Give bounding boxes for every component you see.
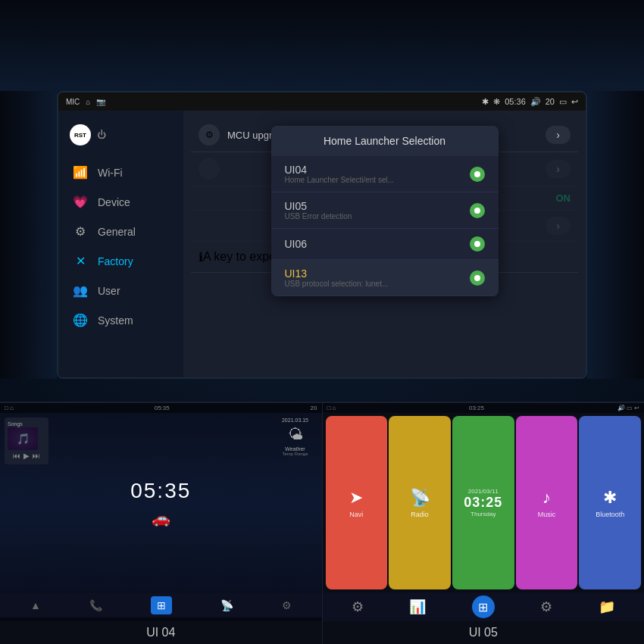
navi-label: Navi — [349, 511, 363, 518]
modal-title: Home Launcher Selection — [271, 126, 499, 156]
gear-icon: ⚙ — [72, 224, 89, 239]
navi-icon: ➤ — [349, 488, 363, 508]
wifi-status-icon: ❋ — [493, 97, 500, 107]
user-icon: 👥 — [72, 283, 89, 298]
ui04-clock: 05:35 — [130, 479, 191, 503]
app-tile-music[interactable]: ♪ Music — [516, 416, 578, 589]
modal-ui06-label: UI06 — [285, 238, 470, 250]
back-icon[interactable]: ↩ — [571, 97, 578, 107]
music-art: 🎵 — [8, 427, 38, 450]
sidebar-item-system[interactable]: 🌐 System — [58, 305, 183, 335]
modal-ui13-sub: USB protocol selection: lunet... — [285, 280, 470, 288]
modal-option-ui05[interactable]: UI05 USB Error detection — [271, 192, 499, 229]
sidebar-item-factory[interactable]: ✕ Factory — [58, 246, 183, 276]
ui05-nav-folder[interactable]: 📁 — [599, 599, 615, 615]
mic-label: MIC — [66, 98, 80, 106]
ui04-label: UI 04 — [0, 621, 322, 644]
bt-icon: ✱ — [603, 488, 617, 508]
rst-area: RST ⏻ — [58, 118, 183, 152]
ui05-label: UI 05 — [323, 621, 645, 644]
music-controls: ⏮ ▶ ⏭ — [8, 450, 45, 461]
ui04-screen: □ ⌂ 05:35 20 Songs 🎵 ⏮ ▶ ⏭ — [0, 403, 322, 621]
sidebar-system-label: System — [98, 314, 133, 327]
app-tile-bluetooth[interactable]: ✱ Bluetooth — [579, 416, 641, 589]
home-launcher-modal: Home Launcher Selection UI04 Home Launch… — [271, 126, 499, 296]
ui04-nav-bar: ▲ 📞 ⊞ 📡 ⚙ — [0, 593, 322, 617]
nav-settings-icon[interactable]: ⚙ — [282, 599, 292, 611]
clock-tile-content: 2021/03/11 03:25 Thursday — [464, 488, 502, 517]
modal-overlay: Home Launcher Selection UI04 Home Launch… — [183, 111, 586, 377]
sidebar: RST ⏻ 📶 Wi-Fi 💗 Device ⚙ General ✕ Facto… — [58, 111, 183, 377]
ui05-panel: □ ⌂ 03:25 🔊 ▭ ↩ ➤ Navi 📡 Radio 2021/03/1… — [323, 402, 645, 644]
sidebar-user-label: User — [98, 285, 120, 297]
ui04-music-panel: Songs 🎵 ⏮ ▶ ⏭ — [0, 413, 53, 593]
power-icon: ⏻ — [97, 130, 106, 140]
battery-icon: ▭ — [559, 97, 567, 107]
ui05-nav-stats[interactable]: 📊 — [409, 599, 426, 615]
ui05-screen: □ ⌂ 03:25 🔊 ▭ ↩ ➤ Navi 📡 Radio 2021/03/1… — [323, 403, 645, 621]
volume-icon: 🔊 — [530, 97, 541, 107]
ui05-status-right: 🔊 ▭ ↩ — [617, 405, 639, 411]
sidebar-item-device[interactable]: 💗 Device — [58, 187, 183, 217]
music-card: Songs 🎵 ⏮ ▶ ⏭ — [5, 417, 48, 464]
sidebar-item-general[interactable]: ⚙ General — [58, 217, 183, 246]
dash-top-chrome — [0, 0, 644, 91]
next-icon[interactable]: ⏭ — [33, 452, 40, 460]
ui05-nav-home[interactable]: ⊞ — [472, 596, 495, 618]
ui05-apps-grid: ➤ Navi 📡 Radio 2021/03/11 03:25 Thursday… — [323, 413, 645, 592]
nav-phone-icon[interactable]: 📞 — [89, 599, 102, 611]
ui04-weather: 2021.03.15 🌤 Weather Temp Range — [269, 413, 322, 593]
ui05-time: 03:25 — [469, 405, 484, 411]
app-tile-clock[interactable]: 2021/03/11 03:25 Thursday — [452, 416, 514, 589]
status-bar: MIC ⌂ 📷 ✱ ❋ 05:36 🔊 20 ▭ ↩ — [58, 92, 586, 111]
ui04-body: Songs 🎵 ⏮ ▶ ⏭ 05:35 🚗 2021.03.15 — [0, 413, 322, 593]
modal-ui05-radio — [470, 203, 485, 218]
radio-label: Radio — [411, 511, 429, 518]
sidebar-wifi-label: Wi-Fi — [98, 167, 123, 179]
nav-radio-icon[interactable]: 📡 — [220, 599, 233, 611]
nav-apps-icon[interactable]: ⊞ — [151, 596, 172, 614]
sidebar-general-label: General — [98, 226, 136, 238]
factory-icon: ✕ — [72, 254, 89, 268]
sidebar-factory-label: Factory — [98, 255, 133, 267]
ui05-nav-gear[interactable]: ⚙ — [540, 599, 552, 615]
modal-ui04-radio — [470, 167, 485, 182]
battery-level: 20 — [546, 97, 555, 106]
status-time: 05:36 — [505, 97, 526, 106]
ui04-status-bar: □ ⌂ 05:35 20 — [0, 403, 322, 413]
modal-ui04-label: UI04 — [285, 164, 470, 176]
app-tile-radio[interactable]: 📡 Radio — [389, 416, 451, 589]
nav-navigate-icon[interactable]: ▲ — [30, 599, 41, 611]
ui04-center: 05:35 🚗 — [53, 413, 269, 593]
modal-option-ui06[interactable]: UI06 — [271, 229, 499, 260]
modal-ui13-radio — [470, 270, 485, 286]
clock-day: Thursday — [470, 511, 496, 517]
dash-right-chrome — [587, 91, 644, 379]
weather-label: Weather — [285, 446, 305, 452]
ui04-status-left: □ ⌂ — [5, 405, 14, 411]
ui04-panel: □ ⌂ 05:35 20 Songs 🎵 ⏮ ▶ ⏭ — [0, 402, 323, 644]
ui05-nav-settings[interactable]: ⚙ — [352, 599, 364, 615]
modal-ui13-label: UI13 — [285, 267, 470, 280]
clock-date: 2021/03/11 — [468, 488, 499, 495]
globe-icon: 🌐 — [72, 313, 89, 327]
sidebar-item-user[interactable]: 👥 User — [58, 276, 183, 305]
clock-time: 03:25 — [464, 495, 502, 511]
modal-option-ui13[interactable]: UI13 USB protocol selection: lunet... — [271, 260, 499, 296]
ui04-status-right: 20 — [311, 405, 317, 411]
device-icon: 💗 — [72, 195, 89, 209]
bluetooth-status-icon: ✱ — [482, 97, 489, 107]
music-song-label: Songs — [8, 421, 23, 427]
sidebar-item-wifi[interactable]: 📶 Wi-Fi — [58, 158, 183, 187]
play-icon[interactable]: ▶ — [23, 452, 30, 460]
sidebar-device-label: Device — [98, 196, 130, 208]
dash-left-chrome — [0, 91, 57, 379]
ui04-time: 05:35 — [155, 405, 170, 411]
app-tile-navi[interactable]: ➤ Navi — [326, 416, 388, 589]
bt-label: Bluetooth — [596, 511, 624, 518]
status-left-icons: MIC ⌂ 📷 — [66, 98, 105, 106]
prev-icon[interactable]: ⏮ — [13, 452, 20, 460]
wifi-icon: 📶 — [72, 165, 89, 180]
modal-option-ui04[interactable]: UI04 Home Launcher Selecti/ent sel... — [271, 156, 499, 192]
ui05-bottom-bar: ⚙ 📊 ⊞ ⚙ 📁 — [323, 592, 645, 621]
